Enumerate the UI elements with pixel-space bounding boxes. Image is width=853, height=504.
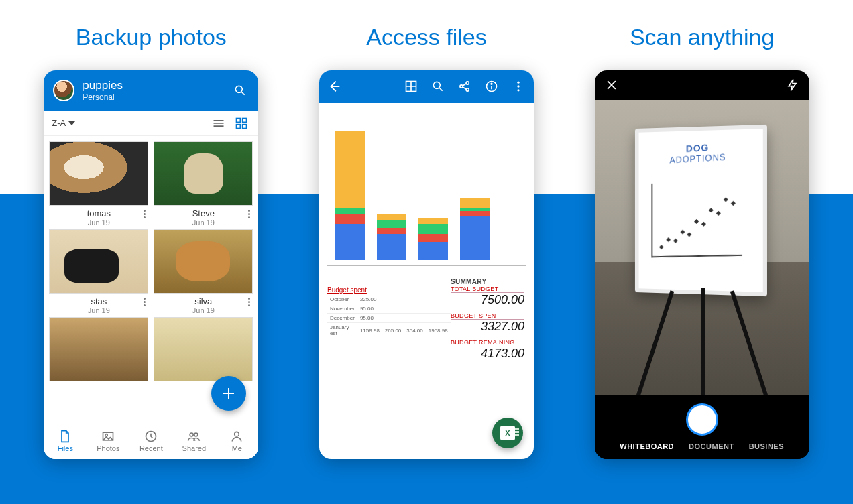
layout-icon[interactable] — [402, 78, 420, 95]
table-row: December95.00 — [327, 314, 451, 323]
tile-name: Steve — [192, 208, 215, 218]
plus-icon — [221, 385, 237, 401]
bottom-nav: Files Photos Recent Shared Me — [44, 422, 258, 459]
tile-name: silva — [194, 296, 212, 306]
tab-photos[interactable]: Photos — [87, 422, 129, 459]
svg-rect-5 — [237, 118, 241, 122]
tab-me[interactable]: Me — [215, 422, 258, 459]
scan-mode[interactable]: WHITEBOARD — [620, 442, 674, 450]
marketing-panels: Backup photos puppies Personal Z-A — [0, 0, 853, 504]
photo-tile[interactable]: Steve Jun 19 — [154, 141, 253, 227]
table-row: January-est1158.98265.00354.001958.98 — [327, 323, 451, 338]
photo-tile[interactable] — [154, 317, 253, 381]
open-in-excel-button[interactable]: X — [492, 418, 523, 448]
share-icon[interactable] — [456, 78, 473, 95]
svg-point-27 — [491, 83, 492, 84]
thumbnail — [49, 141, 148, 206]
person-icon — [230, 430, 243, 443]
camera-viewfinder[interactable]: DOG ADOPTIONS — [595, 100, 809, 395]
svg-point-18 — [433, 82, 440, 88]
flash-icon[interactable] — [784, 76, 801, 94]
tile-caption: silva Jun 19 — [154, 296, 253, 314]
photo-tile[interactable] — [49, 317, 148, 381]
tab-label: Recent — [139, 444, 163, 452]
photo-tile[interactable]: stas Jun 19 — [49, 229, 148, 314]
grid-view-icon[interactable] — [233, 115, 250, 132]
more-icon[interactable] — [139, 298, 150, 306]
search-icon[interactable] — [231, 82, 249, 99]
thumbnail — [49, 229, 148, 294]
summary-value: 7500.00 — [451, 293, 524, 307]
tab-shared[interactable]: Shared — [172, 422, 215, 459]
tile-date: Jun 19 — [154, 306, 253, 314]
scanner-top-bar — [595, 70, 809, 100]
summary-value: 3327.00 — [451, 320, 524, 334]
scan-mode[interactable]: BUSINES — [749, 442, 784, 450]
whiteboard-prop: DOG ADOPTIONS — [635, 125, 767, 296]
image-icon — [101, 430, 115, 443]
tab-recent[interactable]: Recent — [129, 422, 172, 459]
more-icon[interactable] — [510, 78, 527, 95]
svg-point-10 — [105, 434, 107, 436]
tile-name: stas — [91, 296, 107, 306]
viewer-toolbar — [319, 70, 534, 103]
panel-title: Backup photos — [76, 24, 227, 50]
tab-label: Photos — [97, 444, 119, 452]
svg-rect-7 — [237, 124, 241, 128]
svg-line-1 — [242, 92, 245, 95]
add-button[interactable] — [211, 376, 246, 411]
thumbnail — [154, 141, 253, 206]
tab-files[interactable]: Files — [44, 422, 87, 459]
document-body[interactable]: Budget spent October225.00——— November95… — [319, 103, 534, 459]
photo-tile[interactable]: silva Jun 19 — [154, 229, 253, 314]
sort-dropdown[interactable]: Z-A — [52, 118, 75, 128]
photo-tile[interactable]: tomas Jun 19 — [49, 141, 148, 227]
thumbnail — [154, 229, 253, 294]
panel-access-files: Access files Budget spent October225.00—… — [296, 24, 558, 459]
tile-date: Jun 19 — [49, 306, 148, 314]
tile-date: Jun 19 — [154, 218, 253, 227]
summary-label: BUDGET REMAINING — [451, 339, 524, 346]
list-view-icon[interactable] — [210, 115, 227, 132]
scan-mode-selector[interactable]: WHITEBOARD DOCUMENT BUSINES — [620, 442, 784, 450]
sketch-axes — [651, 180, 742, 257]
budget-chart — [327, 112, 526, 266]
search-icon[interactable] — [429, 78, 447, 95]
budget-table: October225.00——— November95.00 December9… — [327, 295, 451, 338]
panel-backup-photos: Backup photos puppies Personal Z-A — [20, 24, 282, 459]
summary-value: 4173.00 — [451, 346, 524, 361]
scan-mode[interactable]: DOCUMENT — [689, 442, 734, 450]
tile-date: Jun 19 — [49, 218, 148, 227]
back-icon[interactable] — [326, 78, 343, 95]
svg-point-14 — [235, 432, 239, 436]
svg-point-28 — [517, 82, 519, 84]
svg-line-23 — [463, 84, 467, 86]
more-icon[interactable] — [243, 298, 254, 306]
tile-caption: Steve Jun 19 — [154, 208, 253, 227]
panel-scan-anything: Scan anything DOG ADOPTIONS — [571, 24, 833, 459]
tile-caption: stas Jun 19 — [49, 296, 148, 314]
avatar[interactable] — [53, 80, 74, 101]
svg-point-0 — [236, 86, 243, 92]
thumbnail — [49, 317, 148, 381]
table-row: October225.00——— — [327, 295, 451, 304]
svg-rect-6 — [243, 118, 247, 122]
scanner-bottom-bar: WHITEBOARD DOCUMENT BUSINES — [595, 395, 809, 459]
close-icon[interactable] — [603, 76, 620, 94]
app-header: puppies Personal — [44, 70, 258, 111]
summary-label: TOTAL BUDGET — [451, 286, 524, 293]
folder-title: puppies — [82, 79, 231, 92]
thumbnail — [154, 317, 253, 381]
panel-title: Access files — [366, 24, 487, 50]
file-icon — [58, 430, 72, 443]
summary-label: BUDGET SPENT — [451, 312, 524, 320]
svg-point-29 — [517, 85, 519, 87]
shutter-button[interactable] — [686, 403, 718, 436]
sort-row: Z-A — [44, 111, 258, 136]
summary-block: SUMMARY TOTAL BUDGET 7500.00 BUDGET SPEN… — [451, 278, 524, 366]
panel-title: Scan anything — [630, 24, 775, 50]
more-icon[interactable] — [139, 210, 150, 218]
info-icon[interactable] — [483, 78, 500, 95]
sort-label: Z-A — [52, 118, 66, 128]
more-icon[interactable] — [243, 210, 254, 218]
